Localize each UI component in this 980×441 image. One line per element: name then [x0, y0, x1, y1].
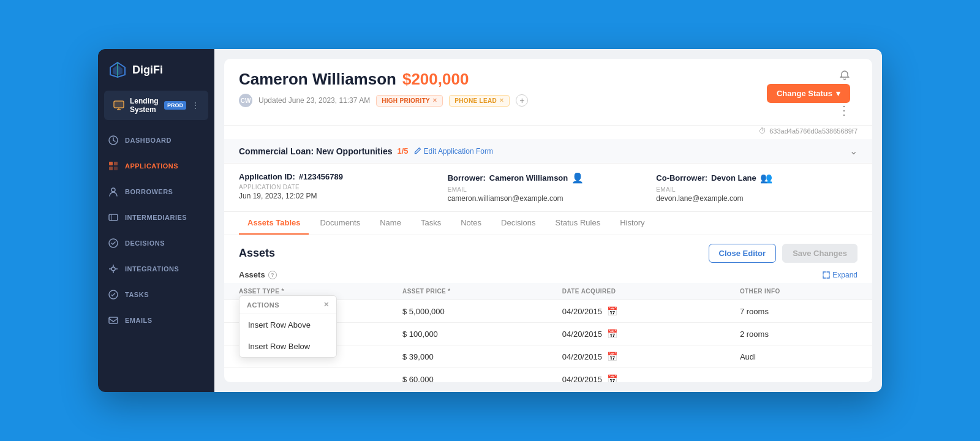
sidebar-item-integrations[interactable]: Integrations [98, 256, 214, 282]
more-options-button[interactable]: ⋮ [838, 103, 850, 118]
sidebar-logo: DigiFi [98, 49, 214, 91]
sidebar-item-label: Dashboard [125, 137, 172, 144]
calendar-icon[interactable]: 📅 [607, 329, 617, 339]
insert-row-below[interactable]: Insert Row Below [239, 336, 336, 357]
borrower-email-label: Email [448, 186, 649, 193]
sidebar-item-label: Borrowers [125, 188, 173, 195]
edit-form-label: Edit Application Form [424, 147, 493, 156]
assets-header: Assets Close Editor Save Changes [224, 235, 872, 268]
cell-date-acquired[interactable]: 04/20/2015 📅 [555, 368, 733, 382]
tab-name[interactable]: Name [371, 212, 410, 235]
content-panel: Cameron Williamson $200,000 CW Updated J… [224, 59, 872, 382]
system-name: Lending System [130, 97, 159, 114]
application-hash-id: 633ad4a5766d0a53865689f7 [769, 127, 858, 135]
logo-text: DigiFi [132, 64, 163, 77]
sidebar-navigation: Dashboard Applications Borrowers [98, 125, 214, 336]
borrower-name: Cameron Williamson [239, 70, 396, 89]
cell-date-acquired[interactable]: 04/20/2015 📅 [555, 300, 733, 322]
sidebar-item-borrowers[interactable]: Borrowers [98, 179, 214, 205]
cell-other-info[interactable]: Audi [733, 345, 872, 368]
calendar-icon[interactable]: 📅 [607, 306, 617, 316]
header-meta: CW Updated June 23, 2023, 11:37 AM HIGH … [239, 94, 528, 107]
cell-asset-type[interactable] [224, 368, 395, 383]
cell-asset-price[interactable]: $ 60,000 [395, 368, 555, 383]
cell-asset-price[interactable]: $ 39,000 [395, 345, 555, 368]
expand-button[interactable]: Expand [823, 271, 858, 279]
app-id-value: #123456789 [299, 172, 343, 181]
insert-row-above[interactable]: Insert Row Above [239, 314, 336, 336]
context-menu: ACTIONS ✕ Insert Row Above Insert Row Be… [239, 295, 337, 358]
cell-date-acquired[interactable]: 04/20/2015 📅 [555, 345, 733, 368]
svg-point-12 [111, 188, 115, 192]
sidebar-system[interactable]: Lending System PROD ⋮ [104, 91, 208, 120]
svg-rect-10 [109, 167, 113, 170]
tag-label: PHONE LEAD [454, 97, 497, 104]
assets-table-header: Assets ? Expand [224, 268, 872, 283]
cell-other-info[interactable] [733, 368, 872, 383]
tab-history[interactable]: History [611, 212, 653, 235]
coborrower-email-value: devon.lane@example.com [656, 194, 858, 203]
close-editor-button[interactable]: Close Editor [709, 244, 777, 263]
sidebar-item-dashboard[interactable]: Dashboard [98, 127, 214, 153]
tab-status-rules[interactable]: Status Rules [546, 212, 609, 235]
col-asset-price: ASSET PRICE * [395, 283, 555, 300]
tab-tasks[interactable]: Tasks [412, 212, 450, 235]
remove-high-priority[interactable]: ✕ [432, 97, 437, 104]
help-icon[interactable]: ? [268, 271, 277, 279]
coborrower-icon: 👥 [760, 172, 772, 184]
high-priority-tag: HIGH PRIORITY ✕ [376, 95, 443, 107]
assets-table-container: ASSET TYPE * ASSET PRICE * DATE ACQUIRED… [224, 283, 872, 382]
borrower-icon: 👤 [571, 172, 584, 184]
svg-point-16 [111, 267, 115, 271]
calendar-icon[interactable]: 📅 [607, 374, 617, 382]
col-date-acquired: DATE ACQUIRED [555, 283, 733, 300]
app-date-label: Application Date [239, 184, 440, 190]
cell-other-info[interactable]: 2 rooms [733, 323, 872, 345]
sidebar-item-emails[interactable]: Emails [98, 307, 214, 333]
chevron-down-icon: ▾ [836, 89, 840, 98]
cell-asset-price[interactable]: $ 100,000 [395, 323, 555, 345]
col-other-info: OTHER INFO [733, 283, 872, 300]
coborrower-name: Devon Lane [711, 173, 756, 183]
svg-rect-13 [109, 214, 118, 221]
notifications-button[interactable] [839, 70, 850, 84]
context-menu-title: ACTIONS [247, 301, 279, 309]
table-row[interactable]: $ 60,000 04/20/2015 📅 [224, 368, 872, 383]
cell-date-acquired[interactable]: 04/20/2015 📅 [555, 323, 733, 345]
remove-phone-lead[interactable]: ✕ [499, 97, 504, 104]
assets-section: Assets Close Editor Save Changes Assets … [224, 235, 872, 382]
save-changes-button[interactable]: Save Changes [782, 244, 858, 263]
context-menu-header: ACTIONS ✕ [239, 296, 336, 314]
svg-rect-4 [115, 102, 123, 107]
tab-notes[interactable]: Notes [452, 212, 490, 235]
calendar-icon[interactable]: 📅 [607, 352, 617, 361]
tab-decisions[interactable]: Decisions [492, 212, 544, 235]
header-left: Cameron Williamson $200,000 CW Updated J… [239, 70, 528, 107]
collapse-icon[interactable]: ⌄ [850, 145, 858, 157]
section-title: Commercial Loan: New Opportunities [239, 146, 392, 156]
cell-asset-price[interactable]: $ 5,000,000 [395, 300, 555, 323]
context-menu-close[interactable]: ✕ [323, 301, 330, 309]
sidebar-item-decisions[interactable]: Decisions [98, 230, 214, 256]
sidebar-item-intermediaries[interactable]: Intermediaries [98, 205, 214, 230]
change-status-button[interactable]: Change Status ▾ [767, 84, 850, 103]
assets-table-label: Assets ? [239, 270, 277, 279]
more-options-icon[interactable]: ⋮ [191, 100, 200, 110]
assets-title: Assets [239, 247, 275, 260]
add-tag-button[interactable]: + [516, 94, 528, 107]
edit-form-button[interactable]: Edit Application Form [413, 147, 493, 156]
app-id-col: Application ID: #123456789 Application D… [239, 172, 440, 203]
cell-other-info[interactable]: 7 rooms [733, 300, 872, 323]
change-status-label: Change Status [777, 89, 832, 98]
svg-rect-8 [109, 162, 113, 165]
sidebar-item-label: Tasks [125, 291, 149, 298]
sidebar-item-tasks[interactable]: Tasks [98, 282, 214, 307]
sidebar-item-label: Applications [125, 162, 178, 170]
tab-assets-tables[interactable]: Assets Tables [239, 212, 309, 235]
sidebar-item-applications[interactable]: Applications [98, 153, 214, 179]
tab-documents[interactable]: Documents [311, 212, 369, 235]
updated-text: Updated June 23, 2023, 11:37 AM [258, 96, 370, 105]
sidebar-item-label: Decisions [125, 239, 165, 247]
sidebar-item-label: Emails [125, 317, 153, 324]
coborrower-label: Co-Borrower: [656, 173, 707, 183]
